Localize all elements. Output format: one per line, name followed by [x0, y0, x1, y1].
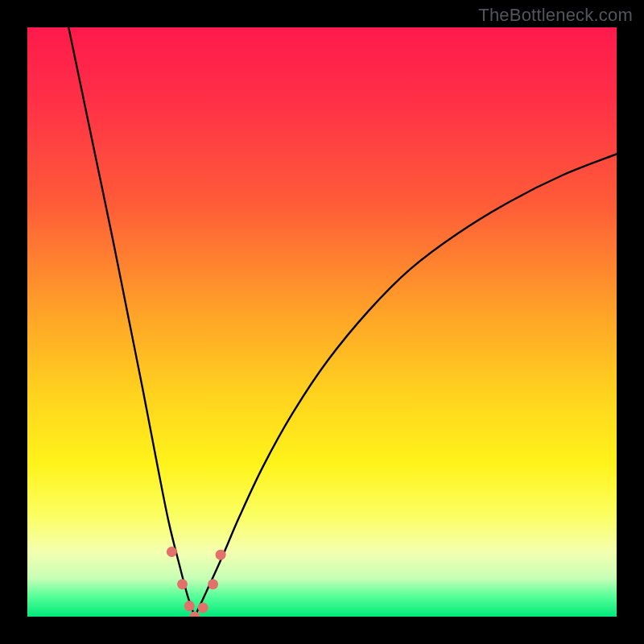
curve-left-branch: [68, 27, 195, 617]
chart-frame: TheBottleneck.com: [0, 0, 644, 644]
curve-marker-dot: [198, 603, 208, 613]
curve-marker-dot: [184, 601, 195, 611]
plot-area: [27, 27, 617, 617]
curve-marker-dot: [208, 579, 218, 589]
watermark-text: TheBottleneck.com: [478, 5, 633, 26]
curve-right-branch: [195, 154, 617, 617]
curve-marker-dot: [189, 612, 200, 617]
curve-marker-dot: [216, 550, 226, 560]
curve-marker-dot: [167, 547, 177, 557]
curve-marker-dot: [177, 579, 188, 589]
bottleneck-curve: [27, 27, 617, 617]
curve-markers: [167, 547, 226, 617]
